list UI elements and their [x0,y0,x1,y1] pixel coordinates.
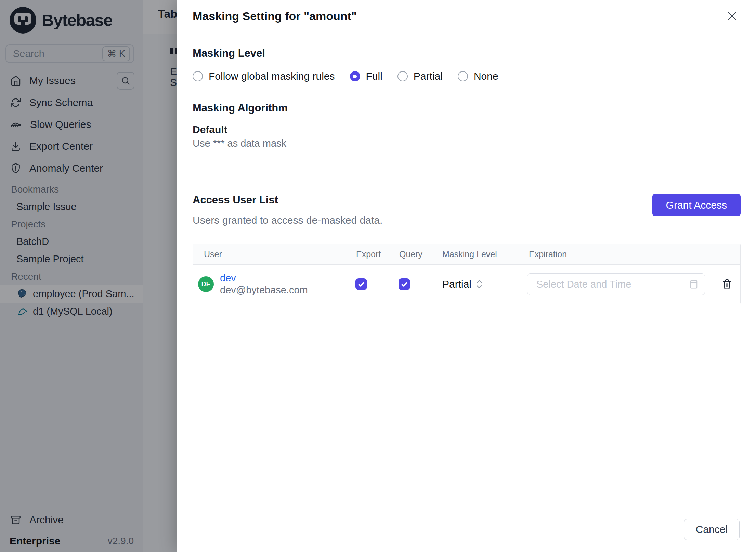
masking-algorithm-heading: Masking Algorithm [193,102,741,115]
radio-label: Follow global masking rules [209,70,335,82]
delete-user-button[interactable] [721,278,732,290]
radio-none[interactable]: None [458,70,498,82]
masking-level-heading: Masking Level [193,47,741,60]
radio-circle-icon[interactable] [397,71,408,81]
query-checkbox[interactable] [399,278,410,290]
col-export: Export [345,249,388,259]
date-input-field[interactable] [536,278,689,290]
chevron-up-down-icon [475,279,483,289]
modal-title: Masking Setting for "amount" [193,10,357,23]
masking-level-value: Partial [442,278,471,290]
check-icon [357,280,365,288]
access-user-table: User Export Query Masking Level Expirati… [193,244,741,304]
access-user-list-header: Access User List Users granted to access… [193,194,741,226]
trash-icon [721,278,732,290]
radio-partial[interactable]: Partial [397,70,443,82]
col-masking-level: Masking Level [431,249,518,259]
user-cell: DE dev dev@bytebase.com [193,272,345,296]
query-cell [388,278,431,290]
close-button[interactable] [725,10,739,23]
algorithm-name: Default [193,123,741,136]
user-name-link[interactable]: dev [220,272,308,284]
grant-access-button[interactable]: Grant Access [652,194,741,216]
masking-level-select[interactable]: Partial [431,278,518,290]
radio-circle-icon[interactable] [458,71,468,81]
access-user-list-subtitle: Users granted to access de-masked data. [193,214,382,226]
cancel-button[interactable]: Cancel [684,519,740,540]
export-checkbox[interactable] [355,278,367,290]
radio-full[interactable]: Full [350,70,382,82]
radio-follow-global[interactable]: Follow global masking rules [193,70,335,82]
radio-label: Full [366,70,382,82]
user-email: dev@bytebase.com [220,284,308,296]
app-root: Bytebase ⌘ K My Issues Sync Schema Slow … [0,0,756,552]
radio-label: None [474,70,498,82]
check-icon [400,280,408,288]
radio-label: Partial [414,70,443,82]
modal-header: Masking Setting for "amount" [177,0,756,34]
export-cell [345,278,388,290]
access-user-list-heading: Access User List [193,194,382,207]
avatar: DE [198,276,214,292]
masking-level-radio-group: Follow global masking rules Full Partial… [193,69,741,83]
expiration-cell [518,273,714,295]
section-divider [193,170,741,170]
table-row: DE dev dev@bytebase.com [193,265,740,304]
modal-body: Masking Level Follow global masking rule… [177,47,756,304]
remove-user-cell [714,278,740,290]
col-user: User [193,249,345,259]
modal-footer: Cancel [177,507,756,552]
masking-setting-modal: Masking Setting for "amount" Masking Lev… [177,0,756,552]
close-icon [726,10,738,22]
expiration-date-input[interactable] [527,273,705,295]
col-query: Query [388,249,431,259]
radio-circle-icon[interactable] [193,71,203,81]
table-header-row: User Export Query Masking Level Expirati… [193,244,740,265]
algorithm-description: Use *** as data mask [193,137,741,149]
radio-circle-icon-selected[interactable] [350,71,360,81]
col-expiration: Expiration [518,249,714,259]
calendar-icon [689,279,699,289]
